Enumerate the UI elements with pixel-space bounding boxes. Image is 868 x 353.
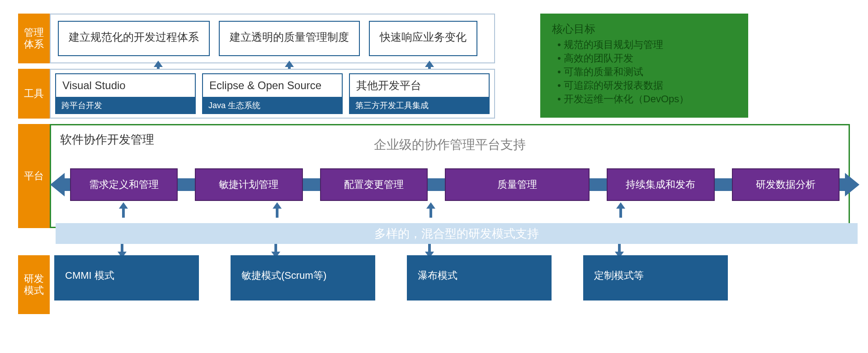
row-management: 管理 体系 建立规范化的开发过程体系 建立透明的质量管理制度 快速响应业务变化 … [18,14,850,63]
mode-agile: 敏捷模式(Scrum等) [231,255,375,301]
flow-step-agile: 敏捷计划管理 [195,168,302,201]
platform-flow: 需求定义和管理 敏捷计划管理 配置变更管理 质量管理 持续集成和发布 研发数据分… [50,168,859,201]
sidebar-label-tools: 工具 [18,69,50,119]
mode-cmmi: CMMI 模式 [54,255,199,301]
flow-arrow-right-icon [845,173,859,196]
mixed-mode-bar: 多样的，混合型的研发模式支持 [56,223,858,244]
flow-step-analytics: 研发数据分析 [732,168,840,201]
row-modes: 研发 模式 CMMI 模式 敏捷模式(Scrum等) 瀑布模式 定制模式等 [18,255,850,314]
management-box-3: 快速响应业务变化 [369,21,477,56]
platform-container: 软件协作开发管理 企业级的协作管理平台支持 需求定义和管理 敏捷计划管理 配置变… [50,124,850,228]
platform-subtitle: 企业级的协作管理平台支持 [51,136,849,153]
mode-waterfall: 瀑布模式 [407,255,552,301]
arrows-platform-to-mixed [51,202,849,216]
tool-head: 其他开发平台 [349,73,490,97]
tool-head: Visual Studio [55,73,196,97]
goals-title: 核心目标 [552,22,736,36]
flow-arrow-left-icon [50,173,65,196]
tool-head: Eclipse & Open Source [202,73,343,97]
row-platform: 平台 软件协作开发管理 企业级的协作管理平台支持 需求定义和管理 敏捷计划管理 … [18,124,850,228]
flow-step-config: 配置变更管理 [320,168,428,201]
sidebar-label-modes: 研发 模式 [18,255,50,314]
tool-eclipse: Eclipse & Open Source Java 生态系统 [202,73,343,114]
tool-sub: 第三方开发工具集成 [349,97,490,114]
management-box-1: 建立规范化的开发过程体系 [58,21,210,56]
tool-sub: 跨平台开发 [55,97,196,114]
mode-custom: 定制模式等 [583,255,728,301]
sidebar-label-platform: 平台 [18,124,50,228]
flow-step-ci: 持续集成和发布 [607,168,714,201]
goals-item: 规范的项目规划与管理 [557,38,736,52]
flow-step-quality: 质量管理 [445,168,590,201]
tool-other: 其他开发平台 第三方开发工具集成 [349,73,490,114]
management-container: 建立规范化的开发过程体系 建立透明的质量管理制度 快速响应业务变化 [50,14,495,63]
tool-sub: Java 生态系统 [202,97,343,114]
management-box-2: 建立透明的质量管理制度 [219,21,360,56]
sidebar-label-management: 管理 体系 [18,14,50,63]
tool-visual-studio: Visual Studio 跨平台开发 [55,73,196,114]
tools-container: Visual Studio 跨平台开发 Eclipse & Open Sourc… [50,69,495,119]
flow-step-requirements: 需求定义和管理 [70,168,178,201]
row-tools: 工具 Visual Studio 跨平台开发 Eclipse & Open So… [18,69,850,119]
